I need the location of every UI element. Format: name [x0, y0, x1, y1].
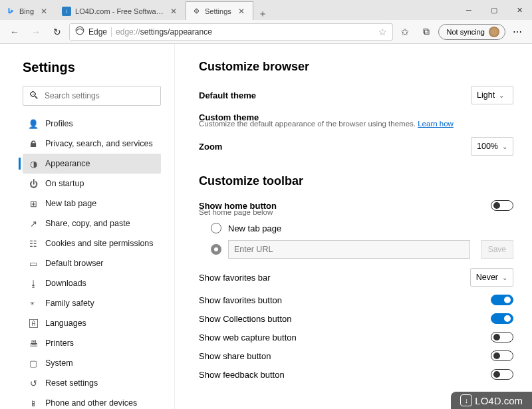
nav-share[interactable]: ↗Share, copy, and paste	[23, 213, 161, 233]
close-icon[interactable]: ✕	[238, 7, 247, 16]
close-icon[interactable]: ✕	[170, 7, 180, 16]
default-theme-select[interactable]: Light ⌄	[471, 86, 513, 104]
row-web-capture-button: Show web capture button	[199, 332, 513, 342]
tab-lo4d[interactable]: ↓ LO4D.com - Free Software Dow… ✕	[56, 1, 186, 20]
tab-label: Settings	[205, 7, 231, 15]
tab-label: LO4D.com - Free Software Dow…	[75, 7, 164, 15]
collections-button[interactable]: ⧉	[417, 23, 436, 41]
gear-icon: ⚙	[192, 7, 201, 16]
radio-new-tab-page[interactable]: New tab page	[211, 223, 513, 233]
download-icon: ⭳	[28, 278, 39, 289]
nav-default-browser[interactable]: ▭Default browser	[23, 253, 161, 273]
nav-languages[interactable]: 🄰Languages	[23, 313, 161, 333]
more-button[interactable]: ⋯	[508, 27, 527, 37]
radio-icon[interactable]	[211, 223, 221, 233]
nav-cookies[interactable]: ☷Cookies and site permissions	[23, 233, 161, 253]
feedback-button-toggle[interactable]	[491, 369, 513, 380]
refresh-button[interactable]: ↻	[48, 23, 66, 41]
radio-icon[interactable]	[211, 244, 221, 255]
search-input[interactable]: 🔍︎	[23, 86, 161, 106]
nav-startup[interactable]: ⏻On startup	[23, 174, 161, 194]
newtab-icon: ⊞	[28, 198, 39, 209]
row-feedback-button: Show feedback button	[199, 369, 513, 380]
close-icon[interactable]: ✕	[41, 7, 50, 16]
address-bar[interactable]: Edge edge://settings/appearance ☆	[69, 23, 393, 41]
settings-sidebar: Settings 🔍︎ 👤Profiles 🔒︎Privacy, search,…	[0, 44, 175, 409]
back-button[interactable]: ←	[5, 23, 24, 41]
browser-toolbar: ← → ↻ Edge edge://settings/appearance ☆ …	[0, 20, 532, 44]
row-zoom: Zoom 100% ⌄	[199, 137, 513, 156]
settings-nav: 👤Profiles 🔒︎Privacy, search, and service…	[23, 114, 161, 409]
system-icon: ▢	[28, 358, 39, 368]
nav-printers[interactable]: 🖶Printers	[23, 333, 161, 353]
page-title: Settings	[23, 60, 161, 75]
profile-sync-button[interactable]: Not syncing	[438, 24, 505, 40]
row-default-theme: Default theme Light ⌄	[199, 86, 513, 104]
forward-button[interactable]: →	[27, 23, 45, 41]
family-icon: ᯤ	[28, 298, 39, 309]
web-capture-toggle[interactable]	[491, 332, 513, 342]
zoom-select[interactable]: 100% ⌄	[471, 137, 513, 156]
favorites-button-toggle[interactable]	[491, 295, 513, 305]
edge-icon	[75, 26, 84, 37]
tab-bing[interactable]: Bing ✕	[0, 1, 56, 20]
save-button[interactable]: Save	[481, 240, 513, 259]
watermark: ↓ LO4D.com	[451, 392, 532, 409]
window-controls: ─ ▢ ✕	[456, 0, 532, 20]
chevron-down-icon: ⌄	[499, 92, 504, 99]
radio-enter-url[interactable]: Save	[211, 240, 513, 259]
share-icon: ↗	[28, 218, 39, 229]
nav-privacy[interactable]: 🔒︎Privacy, search, and services	[23, 134, 161, 154]
share-button-toggle[interactable]	[491, 350, 513, 361]
download-icon: ↓	[460, 394, 472, 406]
tab-settings[interactable]: ⚙ Settings ✕	[186, 1, 253, 20]
nav-phone[interactable]: 📱︎Phone and other devices	[23, 393, 161, 409]
power-icon: ⏻	[28, 178, 39, 189]
favorites-bar-label: Show favorites bar	[199, 273, 271, 283]
home-button-toggle[interactable]	[491, 200, 513, 211]
row-favorites-button: Show favorites button	[199, 295, 513, 305]
nav-appearance[interactable]: ◑Appearance	[23, 154, 161, 174]
nav-profiles[interactable]: 👤Profiles	[23, 114, 161, 134]
nav-family[interactable]: ᯤFamily safety	[23, 293, 161, 313]
site-identity: Edge	[88, 27, 107, 37]
row-collections-button: Show Collections button	[199, 313, 513, 324]
printer-icon: 🖶	[28, 338, 39, 348]
new-tab-button[interactable]: ＋	[253, 8, 272, 20]
divider	[111, 27, 112, 37]
tab-strip: Bing ✕ ↓ LO4D.com - Free Software Dow… ✕…	[0, 0, 456, 20]
window-titlebar: Bing ✕ ↓ LO4D.com - Free Software Dow… ✕…	[0, 0, 532, 20]
close-button[interactable]: ✕	[507, 0, 532, 20]
maximize-button[interactable]: ▢	[481, 0, 507, 20]
tab-label: Bing	[19, 7, 34, 15]
phone-icon: 📱︎	[28, 398, 39, 408]
nav-downloads[interactable]: ⭳Downloads	[23, 273, 161, 293]
nav-reset[interactable]: ↺Reset settings	[23, 373, 161, 393]
bing-icon	[6, 7, 15, 16]
section-customize-browser: Customize browser	[199, 60, 513, 74]
section-customize-toolbar: Customize toolbar	[199, 174, 513, 188]
default-theme-label: Default theme	[199, 90, 256, 100]
row-favorites-bar: Show favorites bar Never ⌄	[199, 268, 513, 287]
minimize-button[interactable]: ─	[456, 0, 481, 20]
row-share-button: Show share button	[199, 350, 513, 361]
lock-icon: 🔒︎	[28, 138, 39, 149]
collections-button-toggle[interactable]	[491, 313, 513, 324]
lang-icon: 🄰	[28, 318, 39, 329]
settings-main: Customize browser Default theme Light ⌄ …	[175, 44, 532, 409]
favorites-bar-select[interactable]: Never ⌄	[470, 268, 513, 287]
browser-icon: ▭	[28, 258, 39, 269]
url-text: edge://settings/appearance	[116, 27, 374, 37]
nav-system[interactable]: ▢System	[23, 353, 161, 373]
reset-icon: ↺	[28, 378, 39, 388]
favorite-icon[interactable]: ☆	[378, 27, 387, 37]
avatar	[489, 27, 499, 37]
home-url-input[interactable]	[228, 240, 470, 259]
favorites-button[interactable]: ✩	[396, 23, 414, 41]
nav-newtab[interactable]: ⊞New tab page	[23, 194, 161, 213]
appearance-icon: ◑	[28, 158, 39, 169]
custom-theme-desc: Customize the default appearance of the …	[199, 120, 513, 128]
profile-icon: 👤	[28, 118, 39, 129]
search-field[interactable]	[45, 91, 155, 100]
learn-how-link[interactable]: Learn how	[418, 120, 454, 128]
